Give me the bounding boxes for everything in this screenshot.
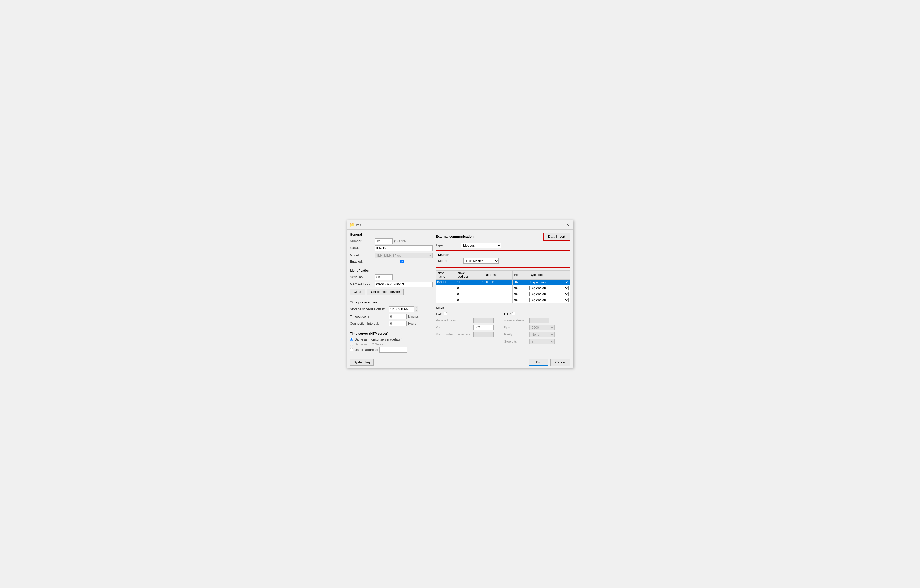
close-button[interactable]: ✕	[565, 222, 571, 228]
number-group: Number: (1-9999)	[350, 238, 432, 244]
tcp-port-group: Port:	[436, 325, 502, 330]
clear-button[interactable]: Clear	[350, 288, 365, 295]
timeout-input[interactable]	[389, 314, 407, 319]
identification-btn-row: Clear Set detected device	[350, 288, 432, 295]
ntp-option2-label: Same as IEC Server	[355, 342, 385, 346]
ntp-ip-input[interactable]	[379, 347, 407, 353]
spinner-down-btn[interactable]: ▼	[414, 309, 418, 312]
data-import-button[interactable]: Data import	[543, 233, 570, 241]
general-section-title: General	[350, 233, 432, 236]
table-row[interactable]: 0 502 Big endian	[436, 291, 570, 297]
slave-table: slavename slaveaddress IP address Port B…	[436, 271, 570, 303]
ntp-radio-2[interactable]	[350, 342, 353, 346]
right-panel: External communication Data import Type:…	[436, 233, 570, 354]
col-ip-address: IP address	[481, 271, 512, 279]
type-label: Type:	[436, 243, 461, 247]
tcp-slave-address-label: slave address:	[436, 318, 473, 322]
col-slave-name: slavename	[436, 271, 456, 279]
timeout-group: Timeout comm.: Minutes	[350, 314, 432, 319]
parity-group: Parity: None	[504, 332, 570, 337]
cancel-button[interactable]: Cancel	[551, 359, 570, 366]
rtu-slave-address-label: slave address:	[504, 318, 529, 322]
table-row[interactable]: 0 502 Big endian	[436, 285, 570, 291]
spinner-up-btn[interactable]: ▲	[414, 306, 418, 309]
identification-section-title: Identification	[350, 269, 432, 272]
schedule-offset-label: Storage schedule offset:	[350, 307, 389, 311]
set-detected-button[interactable]: Set detected device	[367, 288, 403, 295]
imx-dialog: 📁 IMx ✕ General Number: (1-9999) Name: M…	[347, 220, 573, 368]
bps-group: Bps: 9600	[504, 325, 570, 330]
ntp-option1: Same as monitor server (default)	[350, 337, 432, 341]
stop-bits-group: Stop bits: 1	[504, 339, 570, 344]
parity-label: Parity:	[504, 332, 529, 336]
footer-right: OK Cancel	[528, 359, 570, 366]
ntp-radio-1[interactable]	[350, 338, 353, 341]
connection-group: Connection interval: Hours	[350, 321, 432, 326]
rtu-slave-address-input[interactable]	[529, 317, 549, 323]
ntp-option2: Same as IEC Server	[350, 342, 432, 346]
rtu-checkbox[interactable]	[512, 312, 515, 315]
serial-input[interactable]	[375, 274, 393, 280]
bps-select[interactable]: 9600	[529, 325, 554, 330]
serial-group: Serial no.:	[350, 274, 432, 280]
model-select[interactable]: IMx-8/IMx-8Plus	[375, 253, 432, 258]
mac-input[interactable]	[375, 282, 432, 287]
time-prefs-title: Time preferences	[350, 300, 432, 304]
mode-group: Mode: TCP Master	[438, 258, 568, 264]
cell-port: 502	[512, 297, 528, 303]
left-panel: General Number: (1-9999) Name: Model: IM…	[350, 233, 436, 354]
cell-slave-address: 0	[456, 285, 481, 291]
cell-byte-order: Big endian	[528, 297, 570, 303]
mac-group: MAC Address:	[350, 282, 432, 287]
name-input[interactable]	[375, 246, 432, 251]
connection-label: Connection interval:	[350, 322, 389, 326]
tcp-title-row: TCP	[436, 312, 502, 316]
ntp-radio-3[interactable]	[350, 348, 353, 352]
cell-ip: 10.0.0.11	[481, 279, 512, 285]
parity-select[interactable]: None	[529, 332, 554, 337]
enabled-group: Enabled:	[350, 259, 432, 263]
cell-slave-address: 11	[456, 279, 481, 285]
col-slave-address: slaveaddress	[456, 271, 481, 279]
tcp-max-masters-input[interactable]	[473, 332, 494, 337]
schedule-offset-input[interactable]	[389, 306, 414, 312]
col-port: Port	[512, 271, 528, 279]
ext-comm-title: External communication	[436, 235, 474, 238]
tcp-slave-address-input[interactable]	[473, 317, 494, 323]
schedule-offset-group: Storage schedule offset: ▲ ▼	[350, 306, 432, 312]
model-label: Model:	[350, 253, 375, 257]
ok-button[interactable]: OK	[528, 359, 549, 366]
col-byte-order: Byte order	[528, 271, 570, 279]
cell-port: 502	[512, 285, 528, 291]
byte-order-select[interactable]: Big endian	[529, 292, 569, 296]
tcp-port-input[interactable]	[473, 325, 494, 330]
model-group: Model: IMx-8/IMx-8Plus	[350, 253, 432, 258]
number-input[interactable]	[375, 238, 393, 244]
cell-ip	[481, 285, 512, 291]
mode-select[interactable]: TCP Master	[463, 258, 499, 264]
connection-input[interactable]	[389, 321, 407, 326]
tcp-column: TCP slave address: Port: Max number	[436, 312, 502, 346]
rtu-label: RTU	[504, 312, 511, 316]
slave-grid: TCP slave address: Port: Max number	[436, 312, 570, 346]
serial-label: Serial no.:	[350, 275, 375, 279]
name-label: Name:	[350, 246, 375, 250]
byte-order-select[interactable]: Big endian	[529, 280, 569, 284]
slave-section: Slave TCP slave address: Port:	[436, 306, 570, 346]
dialog-footer: System log OK Cancel	[347, 356, 573, 368]
cell-port: 502	[512, 291, 528, 297]
byte-order-select[interactable]: Big endian	[529, 298, 569, 303]
stop-bits-select[interactable]: 1	[529, 339, 554, 344]
table-row[interactable]: IMx 11 11 10.0.0.11 502 Big endian	[436, 279, 570, 285]
system-log-button[interactable]: System log	[350, 359, 374, 366]
byte-order-select[interactable]: Big endian	[529, 285, 569, 290]
enabled-checkbox[interactable]	[400, 260, 403, 263]
dialog-title: IMx	[356, 223, 361, 227]
tcp-port-label: Port:	[436, 326, 473, 329]
cell-byte-order: Big endian	[528, 285, 570, 291]
tcp-slave-address-group: slave address:	[436, 317, 502, 323]
tcp-label: TCP	[436, 312, 442, 316]
table-row[interactable]: 0 502 Big endian	[436, 297, 570, 303]
tcp-checkbox[interactable]	[444, 312, 447, 315]
type-select[interactable]: Modbus	[461, 243, 501, 248]
